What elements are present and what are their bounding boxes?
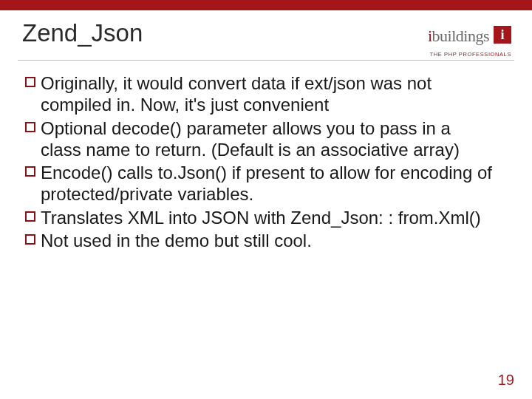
list-item: Encode() calls to.Json() if present to a… (25, 162, 492, 205)
content-area: Originally, it would convert data if ext… (25, 72, 492, 253)
bullet-text: Encode() calls to.Json() if present to a… (41, 162, 492, 205)
list-item: Originally, it would convert data if ext… (25, 72, 492, 116)
square-bullet-icon (25, 211, 35, 222)
bullet-text: Translates XML into JSON with Zend_Json:… (41, 207, 481, 228)
square-bullet-icon (25, 122, 35, 132)
bullet-text: Optional decode() parameter allows you t… (41, 117, 492, 161)
bullet-text: Not used in the demo but still cool. (41, 230, 312, 251)
square-bullet-icon (25, 166, 35, 177)
brand-tagline: THE PHP PROFESSIONALS (430, 51, 511, 58)
brand-logo: ibuildings i (428, 27, 511, 46)
list-item: Translates XML into JSON with Zend_Json:… (25, 207, 492, 228)
header: Zend_Json ibuildings i THE PHP PROFESSIO… (18, 10, 514, 61)
slide-title: Zend_Json (22, 19, 143, 47)
square-bullet-icon (25, 234, 35, 245)
brand-name-rest: buildings (432, 27, 489, 45)
list-item: Optional decode() parameter allows you t… (25, 117, 492, 161)
brand-tagline-wrap: THE PHP PROFESSIONALS (430, 46, 511, 59)
list-item: Not used in the demo but still cool. (25, 230, 492, 251)
top-accent-bar (0, 0, 532, 10)
brand-box-icon: i (494, 26, 511, 44)
page-number: 19 (498, 372, 514, 389)
bullet-text: Originally, it would convert data if ext… (41, 72, 492, 116)
brand-name: ibuildings (428, 27, 489, 46)
slide: Zend_Json ibuildings i THE PHP PROFESSIO… (0, 0, 532, 399)
square-bullet-icon (25, 77, 35, 87)
